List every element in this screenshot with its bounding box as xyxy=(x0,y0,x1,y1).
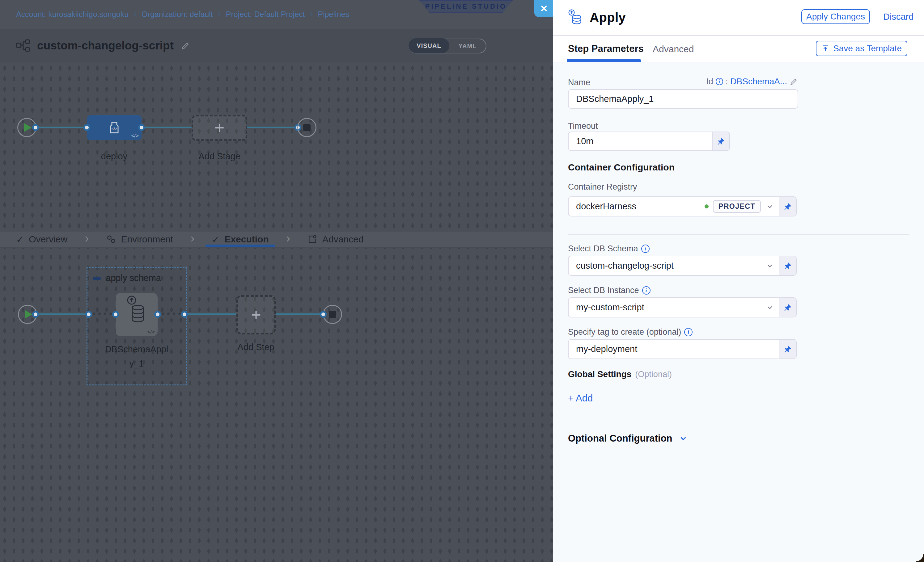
breadcrumb-account[interactable]: Account: kurosakiichigo.songoku xyxy=(16,10,129,19)
pipeline-studio-badge: PIPELINE STUDIO xyxy=(419,0,513,13)
tab-environment-label: Environment xyxy=(121,234,173,245)
timeout-field xyxy=(568,132,730,151)
db-instance-select[interactable]: my-custom-script xyxy=(568,297,796,317)
id-label: Id xyxy=(706,77,713,87)
add-step-button[interactable]: + xyxy=(236,295,276,335)
db-schema-select[interactable]: custom-changelog-script xyxy=(568,256,796,276)
play-icon xyxy=(25,310,32,319)
stage-node-deploy[interactable]: </> </> xyxy=(87,115,141,140)
pin-input-type-button[interactable] xyxy=(712,132,729,150)
check-icon: ✓ xyxy=(16,234,24,245)
select-db-instance-label: Select DB Instance xyxy=(568,285,639,295)
tab-environment[interactable]: Environment xyxy=(106,231,173,247)
stage-connector xyxy=(36,127,87,128)
tab-execution[interactable]: ✓ Execution xyxy=(212,231,269,247)
pin-input-type-button[interactable] xyxy=(779,197,796,216)
add-global-setting-button[interactable]: + Add xyxy=(568,393,593,404)
advanced-tab-icon xyxy=(308,235,317,244)
container-configuration-heading: Container Configuration xyxy=(568,162,675,173)
save-as-template-button[interactable]: Save as Template xyxy=(816,41,907,56)
screen-corner xyxy=(916,554,924,562)
info-icon[interactable]: i xyxy=(684,328,693,336)
tab-overview[interactable]: ✓ Overview xyxy=(16,231,68,247)
node-port xyxy=(181,311,188,318)
scope-badge[interactable]: PROJECT xyxy=(713,200,761,213)
visual-yaml-toggle: VISUAL YAML xyxy=(408,39,486,54)
connector-status-dot xyxy=(705,205,709,208)
toggle-visual[interactable]: VISUAL xyxy=(408,38,449,53)
id-row: Id i : DBSchemaA... xyxy=(706,76,798,87)
pipeline-graph-icon xyxy=(16,39,30,52)
pin-input-type-button[interactable] xyxy=(779,340,796,359)
step-label-line1: DBSchemaAppl xyxy=(94,342,179,356)
collapse-group-icon[interactable] xyxy=(93,277,101,280)
breadcrumb-organization[interactable]: Organization: default xyxy=(141,10,213,19)
edit-pipeline-name-icon[interactable] xyxy=(180,41,190,51)
step-connector-dotted xyxy=(162,312,181,315)
add-step-label: Add Step xyxy=(231,342,280,352)
info-icon[interactable]: i xyxy=(716,78,723,85)
active-tab-underline xyxy=(567,59,641,62)
pipeline-canvas: Account: kurosakiichigo.songoku › Organi… xyxy=(0,0,553,562)
apply-changes-button[interactable]: Apply Changes xyxy=(801,9,870,24)
pin-icon xyxy=(783,202,792,211)
tab-advanced-label: Advanced xyxy=(322,234,363,245)
edit-id-icon[interactable] xyxy=(790,78,798,86)
optional-configuration-toggle[interactable]: Optional Configuration xyxy=(568,433,688,444)
hexagons-icon xyxy=(106,235,116,244)
discard-button[interactable]: Discard xyxy=(883,12,914,22)
global-settings-label: Global Settings xyxy=(568,369,632,379)
step-config-drawer: Apply Apply Changes Discard Step Paramet… xyxy=(553,0,924,562)
step-connector-dotted xyxy=(93,312,112,315)
tab-step-parameters[interactable]: Step Parameters xyxy=(568,43,644,54)
pin-input-type-button[interactable] xyxy=(779,298,796,317)
chevron-down-icon[interactable] xyxy=(766,203,774,211)
close-icon: ✕ xyxy=(540,3,548,14)
breadcrumb-separator-icon: › xyxy=(134,8,136,19)
container-registry-field[interactable]: dockerHarness PROJECT xyxy=(568,196,796,217)
timeout-input[interactable] xyxy=(576,132,712,150)
chevron-down-icon[interactable] xyxy=(766,262,774,270)
svg-text:</>: </> xyxy=(111,126,117,131)
step-node-dbschemaapply[interactable]: </> xyxy=(116,293,158,336)
tag-field xyxy=(568,339,796,359)
pin-icon xyxy=(717,137,725,146)
tab-separator-icon: › xyxy=(85,231,89,245)
db-apply-step-icon xyxy=(125,295,148,326)
db-schema-value: custom-changelog-script xyxy=(576,261,674,271)
pin-input-type-button[interactable] xyxy=(779,256,796,275)
tag-input[interactable] xyxy=(576,340,779,359)
node-port xyxy=(154,311,161,318)
stage-connector xyxy=(247,127,298,128)
tab-advanced[interactable]: Advanced xyxy=(308,231,363,247)
step-label: DBSchemaAppl y_1 xyxy=(94,342,179,371)
close-drawer-button[interactable]: ✕ xyxy=(534,0,554,17)
tab-separator-icon: › xyxy=(190,231,194,245)
node-port xyxy=(32,311,39,318)
db-instance-label-row: Select DB Instance i xyxy=(568,285,651,295)
id-colon: : xyxy=(726,77,728,87)
stop-icon xyxy=(329,311,336,318)
form-divider xyxy=(568,234,909,235)
breadcrumb-project[interactable]: Project: Default Project xyxy=(226,10,305,19)
pin-icon xyxy=(783,345,792,354)
breadcrumb-separator-icon: › xyxy=(310,8,313,19)
stage-label: deploy xyxy=(87,151,141,161)
breadcrumb-pipelines[interactable]: Pipelines xyxy=(318,10,349,19)
id-value[interactable]: DBSchemaA... xyxy=(730,76,787,87)
optional-configuration-label: Optional Configuration xyxy=(568,433,672,444)
chevron-down-icon[interactable] xyxy=(766,303,774,312)
select-db-schema-label: Select DB Schema xyxy=(568,244,638,254)
toggle-yaml[interactable]: YAML xyxy=(449,43,486,50)
global-settings-optional-label: (Optional) xyxy=(635,370,672,379)
tab-separator-icon: › xyxy=(286,231,290,245)
drawer-tab-bar: Step Parameters Advanced Save as Templat… xyxy=(553,36,924,62)
name-input[interactable] xyxy=(568,89,798,109)
pipeline-title: custom-changelog-script xyxy=(37,39,174,52)
info-icon[interactable]: i xyxy=(642,286,651,294)
step-group-label: apply schema xyxy=(106,273,161,283)
info-icon[interactable]: i xyxy=(641,245,650,253)
tab-advanced-drawer[interactable]: Advanced xyxy=(652,44,694,54)
plus-icon: + xyxy=(251,306,261,324)
add-stage-button[interactable]: + xyxy=(192,115,247,141)
